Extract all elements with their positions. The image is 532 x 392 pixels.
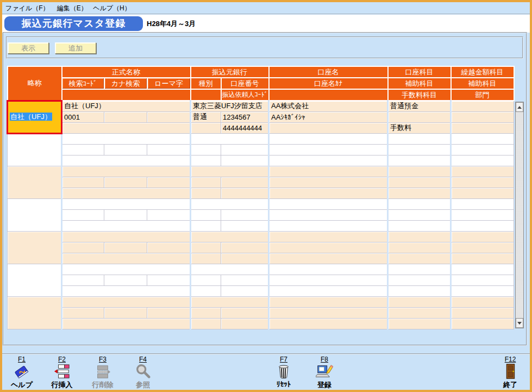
scroll-up-button[interactable] [516,102,523,112]
cell[interactable] [104,111,147,122]
cell[interactable] [191,166,269,177]
cell-bank-branch[interactable]: 東京三菱UFJ汐留支店 [191,101,269,111]
cell[interactable] [451,111,514,122]
cell[interactable] [104,144,147,155]
cell[interactable] [62,155,191,166]
cell[interactable] [191,253,221,264]
cell[interactable] [62,242,104,253]
cell[interactable] [388,275,451,285]
cell[interactable] [62,231,191,242]
cell[interactable] [269,296,388,307]
cell-type[interactable]: 普通 [191,111,221,122]
cell[interactable] [191,220,221,231]
cell[interactable] [388,242,451,253]
cell[interactable] [451,155,514,166]
cell[interactable] [62,198,191,209]
cell[interactable] [191,177,221,188]
cell[interactable] [62,209,104,220]
header-romaji-button[interactable]: ローマ字 [147,78,191,89]
cell[interactable] [269,188,388,198]
cell[interactable] [62,122,191,133]
cell[interactable] [451,275,514,285]
cell[interactable] [191,155,221,166]
cell[interactable] [388,231,451,242]
cell[interactable] [62,133,191,144]
cell[interactable] [221,307,269,318]
cell[interactable] [269,318,388,329]
cell[interactable] [451,253,514,264]
cell[interactable] [62,296,191,307]
cell[interactable] [388,285,451,296]
cell[interactable] [191,122,221,133]
cell[interactable] [451,231,514,242]
cell[interactable] [269,264,388,275]
cell[interactable] [147,307,191,318]
cell[interactable] [451,177,514,188]
cell[interactable] [191,188,221,198]
cell[interactable] [221,275,269,285]
cell[interactable] [269,198,388,209]
menu-help[interactable]: ヘルプ（H） [93,2,131,14]
cell[interactable] [451,264,514,275]
cell[interactable] [451,133,514,144]
cell[interactable] [191,209,221,220]
cell[interactable] [269,166,388,177]
cell[interactable] [221,318,269,329]
cell[interactable] [221,188,269,198]
cell[interactable] [62,275,104,285]
fkey-row-insert[interactable]: F2 行挿入 [48,356,76,390]
cell[interactable] [8,296,62,329]
cell[interactable] [388,111,451,122]
cell[interactable] [221,177,269,188]
cell[interactable] [62,144,104,155]
cell[interactable] [388,188,451,198]
header-kana-search-button[interactable]: カナ検索 [104,78,147,89]
header-search-code-button[interactable]: 検索ｺｰﾄﾞ [62,78,104,89]
cell[interactable] [451,122,514,133]
cell[interactable] [62,220,191,231]
cell[interactable] [191,231,269,242]
cell[interactable] [451,101,514,111]
cell[interactable] [8,133,62,166]
cell[interactable] [221,242,269,253]
fkey-exit[interactable]: F12 終了 [496,356,524,390]
scrollbar-track[interactable] [516,112,523,318]
cell[interactable] [191,198,269,209]
cell[interactable] [62,177,104,188]
cell[interactable] [104,242,147,253]
cell-abbr-selected[interactable]: 自社（UFJ） [8,101,62,133]
cell[interactable] [104,275,147,285]
cell[interactable] [147,209,191,220]
cell[interactable] [451,198,514,209]
cell[interactable] [191,296,269,307]
cell[interactable] [191,242,221,253]
cell[interactable] [388,318,451,329]
cell[interactable] [191,133,269,144]
cell-account-name[interactable]: AA株式会社 [269,101,388,111]
cell[interactable] [191,275,221,285]
cell[interactable] [147,275,191,285]
cell[interactable] [451,188,514,198]
cell[interactable] [451,242,514,253]
cell[interactable] [388,296,451,307]
cell-account-subject[interactable]: 普通預金 [388,101,451,111]
scroll-down-button[interactable] [516,318,523,328]
cell[interactable] [221,253,269,264]
add-button[interactable]: 追加 [55,42,96,54]
fkey-register[interactable]: F8 登録 [310,356,339,390]
cell[interactable] [104,307,147,318]
cell[interactable] [451,166,514,177]
cell[interactable] [388,133,451,144]
cell[interactable] [62,188,191,198]
cell[interactable] [147,111,191,122]
cell[interactable] [8,264,62,296]
table-vertical-scrollbar[interactable] [515,102,524,328]
cell[interactable] [191,264,269,275]
cell[interactable] [269,285,388,296]
cell[interactable] [269,231,388,242]
cell[interactable] [62,166,191,177]
cell[interactable] [104,209,147,220]
cell[interactable] [269,275,388,285]
menu-file[interactable]: ファイル（F） [5,2,49,14]
cell[interactable] [269,133,388,144]
